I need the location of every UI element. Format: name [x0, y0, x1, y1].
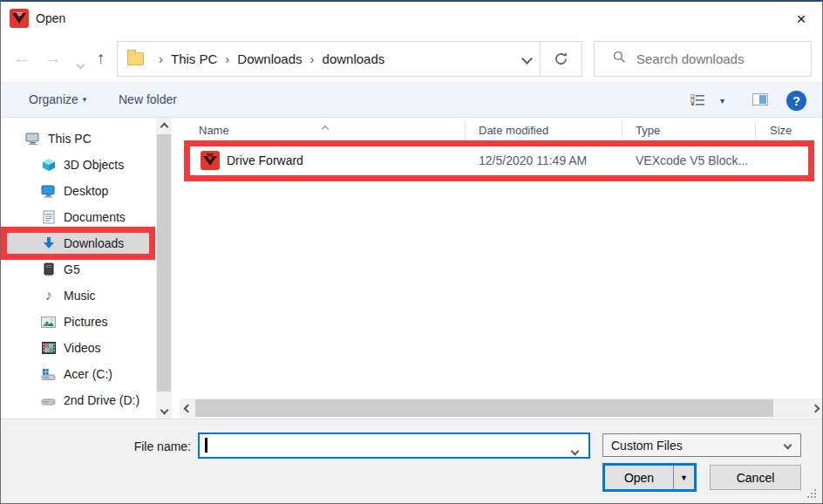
search-input[interactable] — [635, 51, 811, 67]
column-divider[interactable] — [465, 121, 466, 140]
new-folder-button[interactable]: New folder — [119, 92, 177, 106]
vexcode-app-icon — [10, 9, 29, 28]
close-button[interactable]: × — [782, 3, 820, 35]
open-split-button: Open ▼ — [602, 463, 697, 492]
sidebar-item-label: G5 — [64, 262, 80, 276]
open-file-dialog: Open × ← → ↑ › This PC › Downloads › dow… — [0, 0, 823, 504]
horizontal-scrollbar[interactable] — [180, 398, 823, 418]
main-area: This PC 3D Objects Desktop Documents Dow… — [1, 118, 822, 419]
forward-icon[interactable]: → — [44, 50, 61, 66]
desktop-icon — [41, 184, 56, 199]
window-title: Open — [36, 11, 65, 25]
sidebar-item-label: Documents — [64, 210, 126, 224]
video-icon — [41, 341, 56, 356]
picture-icon — [41, 315, 56, 330]
organize-button[interactable]: Organize▾ — [29, 92, 86, 106]
computer-icon — [25, 132, 40, 146]
sidebar-item-label: This PC — [48, 132, 92, 146]
sidebar-item-label: Videos — [64, 341, 101, 355]
dialog-footer: File name: Custom Files Open ▼ Cancel — [1, 419, 822, 503]
breadcrumb-separator-icon: › — [225, 51, 229, 66]
file-name-cell: Drive Forward — [227, 153, 303, 167]
sidebar-item-music[interactable]: ♪ Music — [1, 283, 154, 309]
sidebar-scrollbar-thumb[interactable] — [157, 134, 171, 392]
breadcrumb-separator-icon: › — [159, 51, 163, 66]
caret-down-icon: ▾ — [83, 95, 87, 104]
annotation-box-file-row: Drive Forward 12/5/2020 11:49 AM VEXcode… — [184, 140, 814, 181]
sidebar-item-desktop[interactable]: Desktop — [1, 178, 154, 204]
refresh-icon[interactable] — [541, 51, 582, 66]
change-view-icon[interactable] — [690, 94, 705, 110]
sidebar-item-label: Acer (C:) — [64, 367, 112, 381]
back-icon[interactable]: ← — [13, 50, 30, 66]
vexcode-file-icon — [201, 151, 220, 170]
search-icon — [613, 51, 626, 67]
file-name-label: File name: — [69, 439, 191, 453]
title-bar: Open × — [1, 2, 822, 37]
sidebar-item-label: Music — [64, 289, 96, 303]
recent-locations-chevron-icon[interactable] — [78, 56, 84, 72]
windows-drive-icon — [41, 367, 56, 382]
resize-grip[interactable] — [806, 487, 816, 498]
column-header-name[interactable]: Name — [199, 124, 229, 137]
view-caret-down-icon[interactable]: ▾ — [720, 96, 724, 106]
column-header-date-modified[interactable]: Date modified — [479, 124, 548, 137]
download-icon — [41, 236, 56, 251]
column-divider[interactable] — [755, 121, 756, 140]
cube-icon — [41, 158, 56, 173]
file-name-dropdown-chevron-icon[interactable] — [572, 442, 578, 458]
breadcrumb-separator-icon: › — [310, 51, 315, 66]
sort-ascending-icon — [323, 119, 328, 135]
drive-icon — [41, 393, 56, 408]
navigation-bar: ← → ↑ › This PC › Downloads › downloads — [1, 37, 822, 82]
address-dropdown-chevron-icon[interactable] — [514, 55, 540, 63]
file-type-cell: VEXcode V5 Block... — [636, 153, 748, 167]
sidebar-item-label: 2nd Drive (D:) — [64, 393, 139, 407]
cancel-button[interactable]: Cancel — [710, 465, 801, 490]
address-bar[interactable]: › This PC › Downloads › downloads — [117, 41, 582, 77]
sidebar-item-3d-objects[interactable]: 3D Objects — [1, 152, 154, 178]
sidebar-item-2nd-drive-d[interactable]: 2nd Drive (D:) — [1, 387, 154, 413]
column-divider[interactable] — [622, 121, 622, 140]
scroll-up-icon[interactable] — [156, 119, 172, 134]
breadcrumb-downloads[interactable]: Downloads — [237, 51, 302, 66]
scroll-right-icon[interactable] — [807, 398, 823, 418]
scroll-down-icon[interactable] — [156, 402, 172, 418]
command-toolbar: Organize▾ New folder ▾ ? — [1, 82, 822, 118]
sidebar-item-acer-c[interactable]: Acer (C:) — [1, 361, 154, 387]
column-header-type[interactable]: Type — [636, 124, 660, 137]
open-button[interactable]: Open — [604, 465, 673, 490]
file-name-input[interactable] — [208, 436, 562, 456]
sidebar-item-videos[interactable]: Videos — [1, 335, 154, 361]
file-name-combobox — [198, 432, 590, 459]
breadcrumb-downloads-folder[interactable]: downloads — [323, 51, 385, 66]
column-header-size[interactable]: Size — [770, 124, 792, 137]
up-icon[interactable]: ↑ — [97, 50, 105, 66]
sidebar-item-g5[interactable]: G5 — [1, 256, 154, 283]
open-dropdown-arrow-icon[interactable]: ▼ — [673, 465, 695, 490]
folder-icon — [127, 52, 144, 65]
help-button[interactable]: ? — [786, 91, 806, 111]
sidebar-item-downloads[interactable]: Downloads — [7, 230, 150, 256]
horizontal-scrollbar-thumb[interactable] — [195, 399, 773, 417]
preview-pane-icon[interactable] — [752, 93, 768, 106]
sidebar-item-pictures[interactable]: Pictures — [1, 309, 154, 335]
sidebar-item-documents[interactable]: Documents — [1, 204, 154, 230]
breadcrumb-this-pc[interactable]: This PC — [171, 51, 217, 66]
file-row-drive-forward[interactable]: Drive Forward 12/5/2020 11:49 AM VEXcode… — [190, 146, 808, 175]
file-type-chevron-icon — [784, 441, 792, 450]
scroll-left-icon[interactable] — [180, 398, 195, 418]
music-icon: ♪ — [41, 289, 56, 303]
document-icon — [41, 210, 56, 225]
text-cursor — [205, 438, 207, 453]
device-icon — [41, 262, 56, 277]
file-type-select[interactable]: Custom Files — [602, 433, 801, 457]
search-box — [594, 41, 812, 77]
sidebar-scrollbar[interactable] — [156, 118, 172, 419]
file-type-selected-value: Custom Files — [611, 439, 683, 453]
sidebar-item-label: Downloads — [64, 236, 124, 250]
sidebar-item-this-pc[interactable]: This PC — [1, 126, 154, 152]
file-date-cell: 12/5/2020 11:49 AM — [479, 153, 587, 167]
sidebar-item-label: Desktop — [64, 184, 108, 198]
sidebar-item-label: 3D Objects — [64, 158, 124, 172]
